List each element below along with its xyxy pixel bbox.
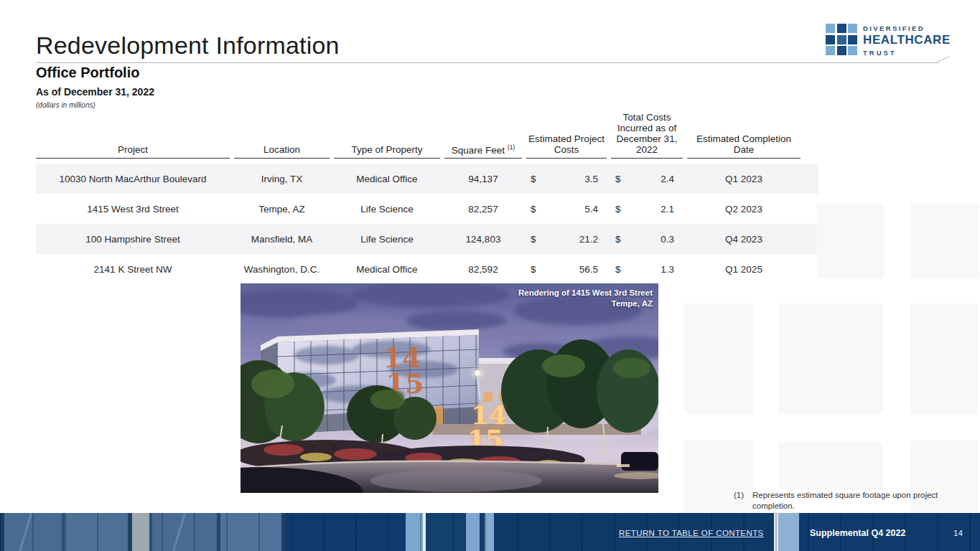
logo-square	[826, 24, 835, 33]
logo-square	[837, 24, 846, 33]
logo-square	[826, 46, 835, 55]
sidewalk-light	[370, 469, 542, 492]
cell-location: Mansfield, MA	[234, 234, 330, 245]
rendering-image-frame: 14 15	[241, 283, 658, 493]
currency-symbol: $	[615, 204, 621, 215]
title-divider-tick	[938, 56, 950, 62]
page-number: 14	[953, 529, 963, 537]
table-row: 1415 West 3rd Street Tempe, AZ Life Scie…	[36, 194, 818, 224]
cell-type: Life Science	[334, 204, 440, 215]
col-header-location: Location	[234, 144, 330, 159]
rendering-caption: Rendering of 1415 West 3rd Street Tempe,…	[518, 288, 653, 309]
sqft-footnote-marker: (1)	[508, 143, 515, 151]
est-cost-value: 5.4	[584, 204, 598, 215]
table-row: 10030 North MacArthur Boulevard Irving, …	[36, 164, 818, 194]
placeholder-box	[910, 204, 979, 278]
cell-total-cost: $2.1	[611, 204, 683, 215]
total-cost-value: 2.4	[661, 174, 674, 184]
cell-location: Irving, TX	[234, 174, 330, 184]
cell-total-cost: $0.3	[611, 234, 683, 245]
cell-sqft: 82,257	[444, 204, 522, 215]
placeholder-box	[910, 303, 979, 414]
caption-line-1: Rendering of 1415 West 3rd Street	[518, 288, 653, 298]
cell-location: Tempe, AZ	[234, 204, 330, 215]
cell-est-cost: $21.2	[526, 234, 607, 245]
col-header-project: Project	[36, 144, 230, 159]
title-divider	[36, 62, 939, 63]
cell-project: 100 Hampshire Street	[36, 234, 230, 245]
logo-square	[837, 46, 846, 55]
currency-symbol: $	[531, 204, 536, 215]
logo-wordmark: DIVERSIFIED HEALTHCARE TRUST	[863, 24, 951, 57]
cell-project: 2141 K Street NW	[36, 264, 230, 275]
placeholder-box	[817, 204, 885, 278]
slide-page: Redevelopment Information DIVERSIFIED HE…	[0, 0, 980, 551]
cell-completion: Q4 2023	[687, 234, 801, 245]
cell-type: Medical Office	[334, 264, 440, 275]
total-cost-value: 2.1	[661, 204, 674, 215]
return-to-toc-link[interactable]: RETURN TO TABLE OF CONTENTS	[619, 529, 764, 537]
page-title: Redevelopment Information	[36, 32, 340, 60]
placeholder-box	[684, 303, 754, 414]
cell-est-cost: $5.4	[526, 204, 607, 215]
section-subtitle: Office Portfolio	[36, 65, 139, 81]
cell-project: 1415 West 3rd Street	[36, 204, 230, 215]
logo-grid-icon	[826, 24, 857, 57]
cell-est-cost: $56.5	[526, 264, 607, 275]
currency-symbol: $	[615, 264, 621, 275]
cell-total-cost: $2.4	[611, 174, 683, 184]
placeholder-box	[779, 442, 883, 490]
as-of-date: As of December 31, 2022	[36, 86, 154, 98]
cell-project: 10030 North MacArthur Boulevard	[36, 174, 230, 184]
col-header-sqft: Square Feet (1)	[444, 142, 522, 159]
total-cost-value: 0.3	[661, 234, 674, 245]
footnote-text: Represents estimated square footage upon…	[752, 490, 974, 512]
cell-location: Washington, D.C.	[234, 264, 330, 275]
col-header-type: Type of Property	[334, 144, 440, 159]
logo-square	[848, 46, 857, 55]
est-cost-value: 21.2	[579, 234, 598, 245]
est-cost-value: 3.5	[584, 174, 598, 184]
sqft-label: Square Feet	[452, 144, 508, 155]
logo-square	[848, 24, 857, 33]
caption-line-2: Tempe, AZ	[518, 298, 653, 309]
total-cost-value: 1.3	[661, 264, 674, 275]
table-row: 2141 K Street NW Washington, D.C. Medica…	[36, 254, 818, 284]
cell-completion: Q2 2023	[687, 204, 801, 215]
placeholder-box	[779, 303, 883, 414]
footnote: (1) Represents estimated square footage …	[734, 490, 974, 512]
footnote-marker: (1)	[734, 490, 752, 512]
cell-total-cost: $1.3	[611, 264, 683, 275]
cell-completion: Q1 2025	[687, 264, 801, 275]
redevelopment-table: 10030 North MacArthur Boulevard Irving, …	[36, 164, 818, 284]
cell-est-cost: $3.5	[526, 174, 607, 184]
est-cost-value: 56.5	[579, 264, 598, 275]
cell-completion: Q1 2023	[687, 174, 801, 184]
currency-symbol: $	[531, 234, 536, 245]
dht-logo: DIVERSIFIED HEALTHCARE TRUST	[826, 24, 951, 57]
logo-square	[826, 35, 835, 44]
logo-square	[837, 35, 846, 44]
table-header-row: Project Location Type of Property Square…	[36, 112, 801, 159]
currency-symbol: $	[531, 174, 536, 184]
currency-symbol: $	[615, 174, 621, 184]
col-header-est-costs: Estimated Project Costs	[526, 133, 607, 159]
col-header-completion: Estimated Completion Date	[687, 133, 801, 159]
cell-sqft: 94,137	[444, 174, 522, 184]
units-note: (dollars in millions)	[36, 101, 95, 109]
logo-line-trust: TRUST	[863, 49, 951, 57]
col-header-total-costs: Total Costs Incurred as of December 31, …	[611, 112, 683, 159]
logo-line-healthcare: HEALTHCARE	[863, 33, 951, 47]
cell-type: Life Science	[334, 234, 440, 245]
logo-square	[848, 35, 857, 44]
doc-label: Supplemental Q4 2022	[810, 528, 905, 538]
currency-symbol: $	[615, 234, 621, 245]
logo-line-diversified: DIVERSIFIED	[863, 24, 951, 32]
cell-sqft: 124,803	[444, 234, 522, 245]
cell-type: Medical Office	[334, 174, 440, 184]
building-rendering-image: 14 15	[241, 283, 658, 493]
table-row: 100 Hampshire Street Mansfield, MA Life …	[36, 224, 818, 254]
currency-symbol: $	[531, 264, 536, 275]
cell-sqft: 82,592	[444, 264, 522, 275]
